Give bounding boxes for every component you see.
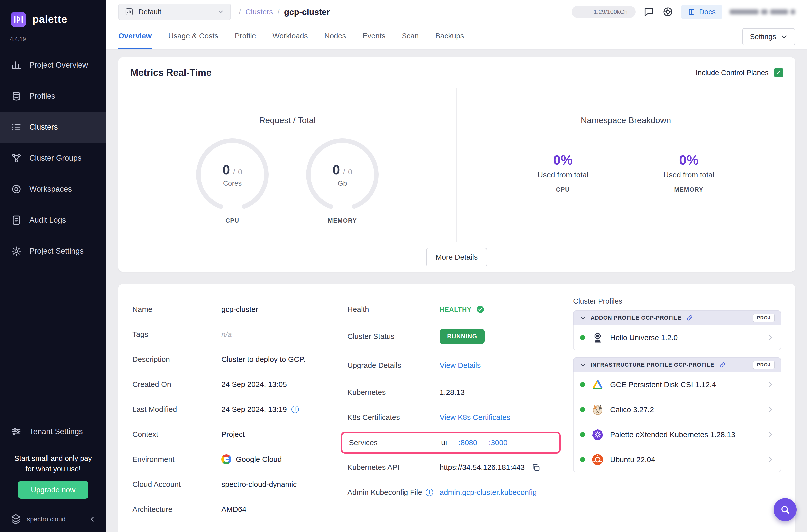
sidebar-nav: Project Overview Profiles Clusters Clust… <box>0 50 107 266</box>
memory-unit: Gb <box>338 179 347 187</box>
cpu-gauge: 0 / 0 Cores CPU <box>195 137 270 224</box>
sidebar-bottom: Tenant Settings Start small and only pay… <box>0 416 107 532</box>
tab-workloads[interactable]: Workloads <box>273 24 308 50</box>
memory-percent: 0% <box>663 152 714 168</box>
link-icon <box>686 315 693 321</box>
profile-item-calico[interactable]: Calico 3.27.2 <box>573 397 781 422</box>
detail-value: 24 Sep 2024, 13:19 <box>221 405 287 414</box>
sidebar-item-label: Tenant Settings <box>30 427 83 436</box>
tab-usage-costs[interactable]: Usage & Costs <box>168 24 218 50</box>
tab-nodes[interactable]: Nodes <box>324 24 346 50</box>
sidebar-item-label: Cluster Groups <box>30 154 81 163</box>
detail-label: Tags <box>132 330 221 339</box>
scope-badge: PROJ <box>753 361 774 369</box>
bar-chart-icon <box>11 60 22 71</box>
cpu-total-value: 0 <box>238 168 242 176</box>
sidebar-item-tenant-settings[interactable]: Tenant Settings <box>0 416 107 447</box>
services-label: Services <box>349 438 441 447</box>
detail-label: Context <box>132 430 221 439</box>
upgrade-now-button[interactable]: Upgrade now <box>18 481 89 498</box>
pxk-icon <box>591 428 604 441</box>
kubernetes-api-url: https://34.54.126.181:443 <box>440 463 525 472</box>
brand-name: palette <box>33 14 68 25</box>
sidebar-item-clusters[interactable]: Clusters <box>0 112 107 142</box>
search-fab-button[interactable] <box>773 498 796 521</box>
brand-row: palette <box>0 0 107 29</box>
sidebar-item-audit-logs[interactable]: Audit Logs <box>0 205 107 235</box>
project-selector-dropdown[interactable]: Default <box>118 4 231 20</box>
info-icon[interactable] <box>291 406 299 413</box>
hello-universe-icon <box>591 331 604 344</box>
chevron-right-icon <box>767 456 774 463</box>
help-lifebuoy-icon[interactable] <box>662 6 674 18</box>
info-icon[interactable] <box>426 489 433 496</box>
topbar-right: 1.29/100kCh Docs <box>571 5 795 19</box>
calico-icon <box>591 403 604 416</box>
memory-caption: Used from total <box>663 171 714 179</box>
detail-row-created-on: Created On 24 Sep 2024, 13:05 <box>132 372 328 397</box>
chat-icon[interactable] <box>643 6 655 18</box>
detail-label: Last Modified <box>132 405 221 414</box>
user-display-redacted[interactable] <box>730 10 795 15</box>
namespace-breakdown-panel: Namespace Breakdown 0% Used from total C… <box>457 89 795 242</box>
detail-row-environment: Environment Google Cloud <box>132 447 328 472</box>
sliders-icon <box>11 426 22 437</box>
detail-value: Cluster to deploy to GCP. <box>221 355 305 364</box>
cpu-percent: 0% <box>538 152 588 168</box>
topbar: Default / Clusters / gcp-cluster 1.29/10… <box>107 0 807 24</box>
docs-button-label: Docs <box>699 8 716 16</box>
collapse-sidebar-icon[interactable] <box>89 515 96 523</box>
sidebar-item-profiles[interactable]: Profiles <box>0 81 107 112</box>
profile-item-name: Calico 3.27.2 <box>610 405 654 414</box>
tab-backups[interactable]: Backups <box>435 24 464 50</box>
namespace-breakdown-title: Namespace Breakdown <box>457 115 795 125</box>
detail-row-name: Name gcp-cluster <box>132 297 328 322</box>
layers-icon <box>11 91 22 102</box>
kubeconfig-download-link[interactable]: admin.gcp-cluster.kubeconfig <box>440 488 537 496</box>
details-left-column: Name gcp-cluster Tags n/a Description Cl… <box>132 297 328 522</box>
service-port-3000-link[interactable]: :3000 <box>489 438 507 447</box>
sidebar-item-workspaces[interactable]: Workspaces <box>0 174 107 205</box>
tab-overview[interactable]: Overview <box>118 24 152 50</box>
docs-button[interactable]: Docs <box>681 5 722 19</box>
sidebar-item-label: Project Overview <box>30 61 88 70</box>
addon-profile-header[interactable]: ADDON PROFILE GCP-PROFILE PROJ <box>573 310 781 325</box>
profile-item-name: Palette eXtended Kubernetes 1.28.13 <box>610 430 735 439</box>
copy-icon[interactable] <box>531 462 541 472</box>
profile-item-palette-extended-kubernetes[interactable]: Palette eXtended Kubernetes 1.28.13 <box>573 422 781 447</box>
metrics-footer: More Details <box>118 242 795 272</box>
service-port-8080-link[interactable]: :8080 <box>458 438 477 447</box>
profile-item-name: Hello Universe 1.2.0 <box>610 334 678 342</box>
profile-item-ubuntu[interactable]: Ubuntu 22.04 <box>573 447 781 472</box>
sidebar-item-project-settings[interactable]: Project Settings <box>0 235 107 266</box>
profile-item-gce-disk[interactable]: GCE Persistent Disk CSI 1.12.4 <box>573 373 781 397</box>
tab-scan[interactable]: Scan <box>402 24 419 50</box>
settings-button[interactable]: Settings <box>742 28 795 45</box>
metrics-title: Metrics Real-Time <box>130 68 212 78</box>
view-details-link[interactable]: View Details <box>440 361 481 370</box>
breadcrumb-clusters-link[interactable]: Clusters <box>245 8 273 16</box>
service-name: ui <box>441 438 447 447</box>
include-control-planes-checkbox[interactable] <box>774 68 783 77</box>
tab-profile[interactable]: Profile <box>235 24 256 50</box>
breadcrumb-separator: / <box>277 8 279 16</box>
gauge-separator: / <box>233 168 235 176</box>
sidebar-item-project-overview[interactable]: Project Overview <box>0 50 107 81</box>
view-k8s-certificates-link[interactable]: View K8s Certificates <box>440 413 510 422</box>
check-circle-icon <box>476 305 485 314</box>
kubernetes-row: Kubernetes 1.28.13 <box>347 380 554 405</box>
detail-label: Cloud Account <box>132 480 221 489</box>
infrastructure-profile-header[interactable]: INFRASTRUCTURE PROFILE GCP-PROFILE PROJ <box>573 357 781 373</box>
memory-gauge: 0 / 0 Gb MEMORY <box>305 137 380 224</box>
more-details-button[interactable]: More Details <box>426 248 487 266</box>
book-icon <box>688 8 696 16</box>
ubuntu-icon <box>591 453 604 466</box>
upgrade-promo-text: Start small and only pay for what you us… <box>0 447 107 474</box>
chevron-down-icon <box>781 33 788 40</box>
sidebar-item-cluster-groups[interactable]: Cluster Groups <box>0 142 107 174</box>
detail-label: Environment <box>132 455 221 463</box>
nodes-icon <box>11 153 22 164</box>
tab-events[interactable]: Events <box>362 24 385 50</box>
detail-value: gcp-cluster <box>221 305 258 314</box>
profile-item-hello-universe[interactable]: Hello Universe 1.2.0 <box>573 325 781 350</box>
